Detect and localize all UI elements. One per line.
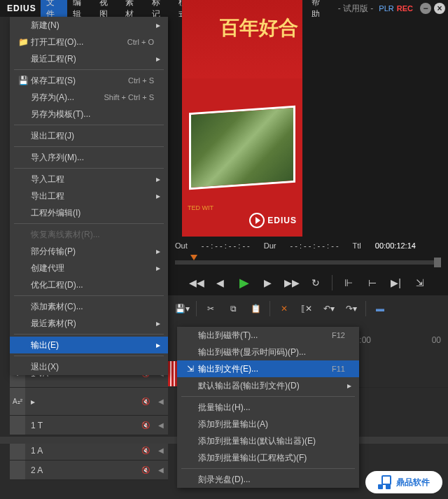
close-button[interactable]: × [434, 3, 445, 14]
playback-panel: ◀◀ ◀ ▶ ▶ ▶▶ ↻ ⊩ ⊢ ▶| ⇲ [168, 253, 448, 295]
play-button[interactable]: ▶ [237, 275, 252, 290]
ttl-label: Ttl [353, 241, 361, 250]
file-menu-item-12[interactable]: 导入工程▸ [10, 171, 168, 188]
prev-frame-button[interactable]: ◀ [213, 275, 228, 290]
rec-label: REC [397, 4, 413, 13]
dur-label: Dur [264, 241, 276, 250]
cut-icon[interactable]: ✂ [202, 300, 219, 317]
undo-icon[interactable]: ↶▾ [321, 300, 337, 317]
trial-label: - 试用版 - [332, 3, 379, 15]
output-submenu-item-0[interactable]: 输出到磁带(T)...F12 [177, 327, 359, 344]
loop-button[interactable]: ↻ [308, 275, 323, 290]
edius-watermark: EDIUS [249, 213, 297, 228]
render-icon[interactable]: ▬ [372, 300, 388, 317]
file-menu-item-6[interactable]: 另存为模板(T)... [10, 106, 168, 122]
file-menu-item-1[interactable]: 📁打开工程(O)...Ctrl + O [10, 34, 168, 50]
export-button[interactable]: ⇲ [412, 275, 428, 290]
output-submenu-item-7[interactable]: 添加到批量输出(默认输出器)(E) [177, 433, 359, 449]
playback-controls: ◀◀ ◀ ▶ ▶ ▶▶ ↻ ⊩ ⊢ ▶| ⇲ [168, 270, 448, 295]
in-point-button[interactable]: ⊩ [341, 275, 356, 290]
status-row: Out - - : - - : - - : - - Dur - - : - - … [168, 238, 448, 253]
out-label: Out [175, 241, 188, 250]
ttl-value: 00:00:12:14 [375, 241, 416, 250]
playhead-icon[interactable] [190, 255, 197, 260]
output-submenu-item-8[interactable]: 添加到批量输出(工程格式)(F) [177, 449, 359, 466]
output-submenu-item-2[interactable]: ⇲输出到文件(E)...F11 [177, 360, 359, 377]
file-menu-item-2[interactable]: 最近工程(R)▸ [10, 50, 168, 67]
file-menu-item-13[interactable]: 导出工程▸ [10, 188, 168, 204]
dur-value: - - : - - : - - : - - [290, 241, 339, 250]
file-menu-dropdown: 新建(N)▸📁打开工程(O)...Ctrl + O最近工程(R)▸💾保存工程(S… [10, 17, 168, 375]
skip-fwd-button[interactable]: ▶| [388, 275, 404, 290]
watermark-icon [378, 475, 392, 489]
track-header-a2[interactable]: A₂²▸🔇◀ [10, 388, 168, 416]
output-submenu-item-3[interactable]: 默认输出器(输出到文件)(D)▸ [177, 377, 359, 394]
preview-title: 百年好合 [182, 0, 302, 41]
save-icon[interactable]: 💾▾ [174, 300, 190, 317]
app-logo: EDIUS [3, 3, 41, 13]
track-header-1a[interactable]: 1 A🔇◀ [10, 441, 168, 461]
copy-icon[interactable]: ⧉ [225, 300, 241, 317]
minimize-button[interactable]: − [420, 3, 431, 14]
output-submenu-item-1[interactable]: 输出到磁带(显示时间码)(P)... [177, 344, 359, 360]
preview-wit: TED WIT [188, 204, 214, 211]
file-menu-item-22[interactable]: 最近素材(R)▸ [10, 315, 168, 332]
file-menu-item-8[interactable]: 退出工程(J) [10, 127, 168, 144]
redo-icon[interactable]: ↷▾ [343, 300, 360, 317]
file-menu-item-24[interactable]: 输出(E)▸ [10, 337, 168, 353]
watermark-badge: 鼎品软件 [365, 471, 442, 493]
file-menu-item-14[interactable]: 工程外编辑(I) [10, 204, 168, 221]
output-submenu-item-10[interactable]: 刻录光盘(D)... [177, 471, 359, 488]
output-submenu-item-6[interactable]: 添加到批量输出(A) [177, 416, 359, 433]
timeline-toolbar: 💾▾ ✂ ⧉ 📋 ✕ ⟦✕ ↶▾ ↷▾ ▬ [168, 295, 448, 322]
file-menu-item-21[interactable]: 添加素材(C)... [10, 298, 168, 315]
preview-area: 新 婚 贺 禧 百年好合 TED WIT EDIUS Out - - : - -… [168, 17, 448, 253]
file-menu-item-18[interactable]: 创建代理▸ [10, 260, 168, 276]
rewind-button[interactable]: ◀◀ [189, 275, 204, 290]
delete-icon[interactable]: ✕ [276, 300, 293, 317]
next-frame-button[interactable]: ▶ [260, 275, 276, 290]
output-submenu-item-5[interactable]: 批量输出(H)... [177, 399, 359, 416]
file-menu-item-10[interactable]: 导入序列(M)... [10, 149, 168, 166]
forward-button[interactable]: ▶▶ [284, 275, 300, 290]
preview-canvas: 新 婚 贺 禧 百年好合 TED WIT EDIUS [182, 27, 302, 237]
file-menu-item-19[interactable]: 优化工程(D)... [10, 276, 168, 293]
plr-label: PLR [379, 4, 393, 13]
output-submenu: 输出到磁带(T)...F12输出到磁带(显示时间码)(P)...⇲输出到文件(E… [177, 327, 359, 488]
out-point-button[interactable]: ⊢ [365, 275, 380, 290]
file-menu-item-4[interactable]: 💾保存工程(S)Ctrl + S [10, 72, 168, 89]
file-menu-item-5[interactable]: 另存为(A)...Shift + Ctrl + S [10, 89, 168, 106]
file-menu-item-16: 恢复离线素材(R)... [10, 226, 168, 243]
scrubber[interactable] [168, 253, 448, 270]
ripple-icon[interactable]: ⟦✕ [298, 300, 315, 317]
file-menu-item-26[interactable]: 退出(X) [10, 358, 168, 375]
track-header-2a[interactable]: 2 A🔇◀ [10, 461, 168, 480]
out-value: - - : - - : - - : - - [202, 241, 250, 250]
file-menu-item-0[interactable]: 新建(N)▸ [10, 17, 168, 34]
track-header-t[interactable]: 1 T🔇◀ [10, 416, 168, 435]
file-menu-item-17[interactable]: 部分传输(P)▸ [10, 243, 168, 260]
paste-icon[interactable]: 📋 [247, 300, 264, 317]
